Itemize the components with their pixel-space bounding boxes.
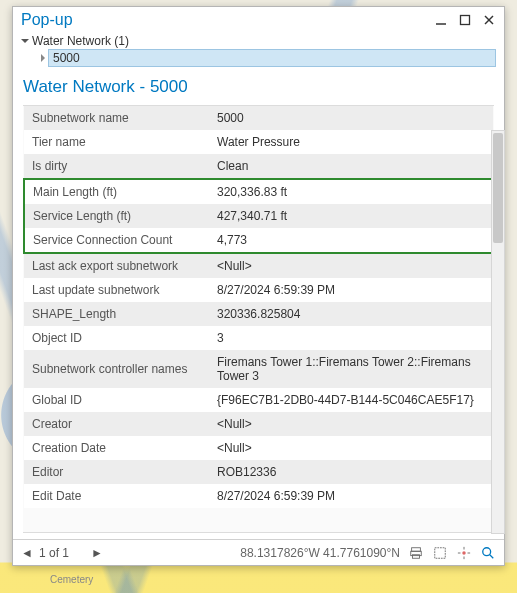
expand-arrow-right-icon <box>41 54 45 62</box>
svg-line-14 <box>490 554 494 558</box>
print-icon[interactable] <box>408 545 424 561</box>
attr-value: Firemans Tower 1::Firemans Tower 2::Fire… <box>209 350 493 388</box>
table-row: Main Length (ft)320,336.83 ft <box>24 179 493 204</box>
prev-record-button[interactable]: ◄ <box>21 546 31 560</box>
attr-value: 4,773 <box>209 228 493 253</box>
attr-value: Clean <box>209 154 493 179</box>
table-row: Service Length (ft)427,340.71 ft <box>24 204 493 228</box>
attr-value: Water Pressure <box>209 130 493 154</box>
tree-root[interactable]: Water Network (1) <box>21 33 496 49</box>
vertical-scrollbar[interactable] <box>491 130 505 534</box>
attr-value: 427,340.71 ft <box>209 204 493 228</box>
table-row: Last update subnetwork8/27/2024 6:59:39 … <box>24 278 493 302</box>
table-row: Subnetwork controller namesFiremans Towe… <box>24 350 493 388</box>
coordinates-readout: 88.1317826°W 41.7761090°N <box>240 546 400 560</box>
attr-value: {F96EC7B1-2DB0-44D7-B144-5C046CAE5F17} <box>209 388 493 412</box>
table-row: Creation Date<Null> <box>24 436 493 460</box>
attr-label: Last update subnetwork <box>24 278 209 302</box>
attr-label: Editor <box>24 460 209 484</box>
scrollbar-thumb[interactable] <box>493 133 503 243</box>
attr-label: Service Length (ft) <box>24 204 209 228</box>
svg-point-13 <box>483 547 491 555</box>
popup-window: Pop-up Water Network (1) 5000 Water Netw… <box>12 6 505 566</box>
table-row: Subnetwork name5000 <box>24 106 493 130</box>
zoom-icon[interactable] <box>480 545 496 561</box>
attr-label: Service Connection Count <box>24 228 209 253</box>
attr-label: Subnetwork name <box>24 106 209 130</box>
svg-rect-7 <box>435 547 446 558</box>
svg-point-8 <box>462 551 466 555</box>
attr-value: 8/27/2024 6:59:39 PM <box>209 278 493 302</box>
window-title: Pop-up <box>21 11 434 29</box>
tree-selected-item[interactable]: 5000 <box>48 49 496 67</box>
table-row: SHAPE_Length320336.825804 <box>24 302 493 326</box>
attribute-table-container: Subnetwork name5000Tier nameWater Pressu… <box>23 105 494 533</box>
attr-label: Object ID <box>24 326 209 350</box>
attr-value: 8/27/2024 6:59:39 PM <box>209 484 493 508</box>
table-row: Is dirtyClean <box>24 154 493 179</box>
attr-label: Tier name <box>24 130 209 154</box>
attr-label: SHAPE_Length <box>24 302 209 326</box>
table-row: Tier nameWater Pressure <box>24 130 493 154</box>
attribute-table: Subnetwork name5000Tier nameWater Pressu… <box>23 106 494 508</box>
table-row: Edit Date8/27/2024 6:59:39 PM <box>24 484 493 508</box>
map-label-cemetery: Cemetery <box>50 574 93 585</box>
tree-child[interactable]: 5000 <box>39 49 496 67</box>
feature-tree: Water Network (1) 5000 <box>13 31 504 71</box>
close-button[interactable] <box>482 13 496 27</box>
attr-value: ROB12336 <box>209 460 493 484</box>
svg-rect-1 <box>461 16 470 25</box>
svg-rect-4 <box>412 547 421 551</box>
popup-content-title: Water Network - 5000 <box>13 71 504 105</box>
table-row: Creator<Null> <box>24 412 493 436</box>
attr-label: Last ack export subnetwork <box>24 253 209 278</box>
tree-root-label: Water Network (1) <box>32 34 129 48</box>
select-icon[interactable] <box>432 545 448 561</box>
next-record-button[interactable]: ► <box>91 546 101 560</box>
record-counter: 1 of 1 <box>39 546 83 560</box>
maximize-button[interactable] <box>458 13 472 27</box>
flash-icon[interactable] <box>456 545 472 561</box>
attr-value: <Null> <box>209 253 493 278</box>
attr-label: Subnetwork controller names <box>24 350 209 388</box>
table-row: Global ID{F96EC7B1-2DB0-44D7-B144-5C046C… <box>24 388 493 412</box>
minimize-button[interactable] <box>434 13 448 27</box>
attr-value: 3 <box>209 326 493 350</box>
attr-value: <Null> <box>209 436 493 460</box>
table-row: Object ID3 <box>24 326 493 350</box>
attr-label: Creator <box>24 412 209 436</box>
attr-value: 5000 <box>209 106 493 130</box>
table-row: Last ack export subnetwork<Null> <box>24 253 493 278</box>
window-header: Pop-up <box>13 7 504 31</box>
table-row: Service Connection Count4,773 <box>24 228 493 253</box>
attr-label: Creation Date <box>24 436 209 460</box>
table-row: EditorROB12336 <box>24 460 493 484</box>
status-bar: ◄ 1 of 1 ► 88.1317826°W 41.7761090°N <box>13 539 504 565</box>
attr-value: 320336.825804 <box>209 302 493 326</box>
attr-value: <Null> <box>209 412 493 436</box>
expand-arrow-down-icon <box>21 39 29 43</box>
attr-label: Global ID <box>24 388 209 412</box>
attr-label: Main Length (ft) <box>24 179 209 204</box>
attr-label: Is dirty <box>24 154 209 179</box>
attr-label: Edit Date <box>24 484 209 508</box>
attr-value: 320,336.83 ft <box>209 179 493 204</box>
